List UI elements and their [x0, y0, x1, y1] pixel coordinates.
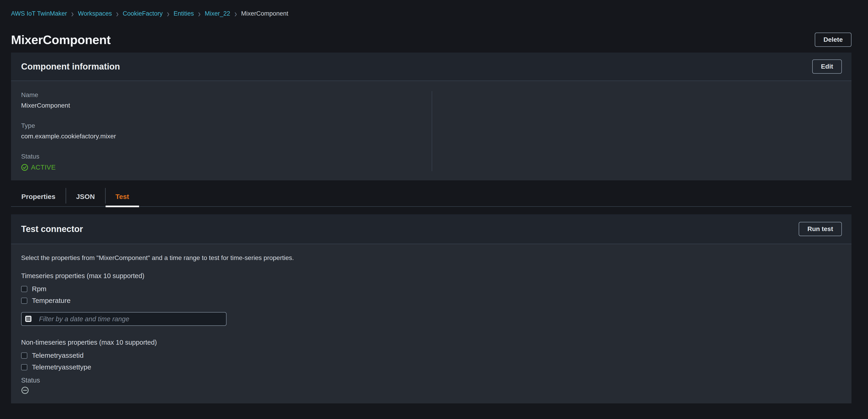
- breadcrumb-cookiefactory[interactable]: CookieFactory: [123, 10, 163, 17]
- temperature-checkbox-label: Temperature: [32, 297, 70, 304]
- test-connector-panel: Test connector Run test Select the prope…: [11, 214, 851, 404]
- check-circle-icon: [21, 164, 28, 171]
- breadcrumb-current: MixerComponent: [241, 10, 288, 17]
- breadcrumb-mixer-22[interactable]: Mixer_22: [205, 10, 230, 17]
- date-time-range-filter: [21, 312, 226, 326]
- component-information-heading: Component information: [21, 62, 120, 72]
- component-info-column: Name MixerComponent Type com.example.coo…: [21, 91, 432, 171]
- component-information-panel: Component information Edit Name MixerCom…: [11, 53, 851, 180]
- chevron-right-icon: ›: [71, 10, 74, 18]
- test-connector-body: Select the properties from "MixerCompone…: [11, 244, 851, 404]
- telemetryassetid-checkbox-label: Telemetryassetid: [32, 352, 84, 359]
- page-title: MixerComponent: [11, 31, 111, 48]
- edit-button[interactable]: Edit: [812, 59, 842, 74]
- delete-button[interactable]: Delete: [815, 33, 851, 47]
- chevron-right-icon: ›: [198, 10, 200, 18]
- name-field: Name MixerComponent: [21, 91, 432, 109]
- telemetryassettype-checkbox-label: Telemetryassettype: [32, 363, 91, 371]
- temperature-checkbox[interactable]: [21, 298, 27, 304]
- rpm-checkbox[interactable]: [21, 286, 27, 292]
- test-connector-header: Test connector Run test: [11, 214, 851, 244]
- name-label: Name: [21, 91, 432, 99]
- type-value: com.example.cookiefactory.mixer: [21, 132, 432, 140]
- status-label: Status: [21, 153, 432, 160]
- breadcrumb: AWS IoT TwinMaker › Workspaces › CookieF…: [11, 0, 851, 17]
- status-badge: ACTIVE: [31, 164, 56, 171]
- breadcrumb-aws-iot-twinmaker[interactable]: AWS IoT TwinMaker: [11, 10, 67, 17]
- test-connector-heading: Test connector: [21, 224, 83, 234]
- chevron-right-icon: ›: [167, 10, 169, 18]
- title-row: MixerComponent Delete: [11, 31, 851, 48]
- non-timeseries-properties-label: Non-timeseries properties (max 10 suppor…: [21, 339, 841, 346]
- rpm-checkbox-label: Rpm: [32, 285, 46, 293]
- checkbox-row-telemetryassetid: Telemetryassetid: [21, 352, 841, 359]
- type-field: Type com.example.cookiefactory.mixer: [21, 122, 432, 140]
- test-status-label: Status: [21, 377, 841, 384]
- component-information-body: Name MixerComponent Type com.example.coo…: [11, 81, 851, 180]
- breadcrumb-entities[interactable]: Entities: [174, 10, 194, 17]
- telemetryassetid-checkbox[interactable]: [21, 352, 27, 359]
- chevron-right-icon: ›: [234, 10, 237, 18]
- tab-test[interactable]: Test: [105, 187, 139, 206]
- checkbox-row-temperature: Temperature: [21, 297, 841, 304]
- tabs-bar: Properties JSON Test: [11, 187, 851, 207]
- status-field: Status ACTIVE: [21, 153, 432, 171]
- telemetryassettype-checkbox[interactable]: [21, 364, 27, 370]
- run-test-button[interactable]: Run test: [799, 222, 842, 236]
- breadcrumb-workspaces[interactable]: Workspaces: [78, 10, 112, 17]
- type-label: Type: [21, 122, 432, 130]
- tab-properties[interactable]: Properties: [11, 187, 66, 206]
- tab-json[interactable]: JSON: [66, 187, 105, 206]
- test-connector-description: Select the properties from "MixerCompone…: [21, 254, 841, 262]
- checkbox-row-rpm: Rpm: [21, 285, 841, 293]
- timeseries-properties-label: Timeseries properties (max 10 supported): [21, 272, 841, 280]
- date-time-range-input[interactable]: [21, 312, 226, 326]
- component-info-column-divider: [432, 91, 841, 171]
- name-value: MixerComponent: [21, 102, 432, 109]
- component-information-header: Component information Edit: [11, 53, 851, 81]
- checkbox-row-telemetryassettype: Telemetryassettype: [21, 363, 841, 371]
- chevron-right-icon: ›: [116, 10, 118, 18]
- page: AWS IoT TwinMaker › Workspaces › CookieF…: [0, 0, 868, 419]
- minus-circle-icon: [21, 386, 841, 394]
